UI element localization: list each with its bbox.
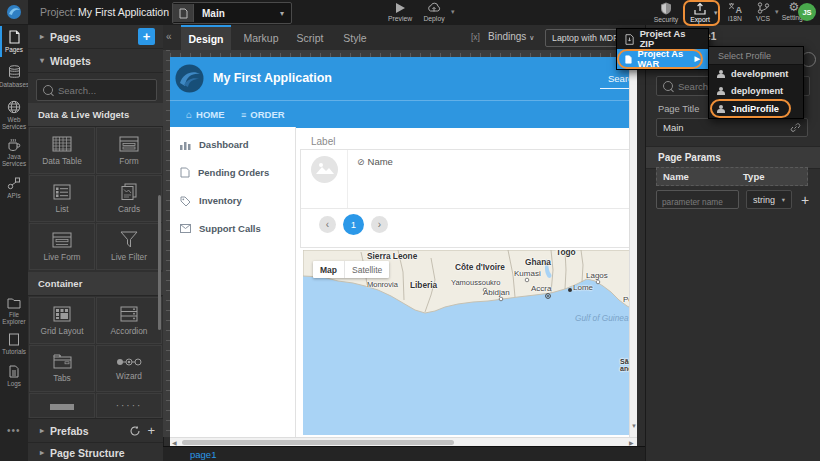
tab-markup[interactable]: Markup [237, 25, 285, 50]
scroll-left-arrow-icon[interactable]: ◀ [172, 439, 177, 446]
page-structure-header[interactable]: ▸ Page Structure [28, 441, 163, 461]
page-next-button[interactable]: › [371, 216, 388, 233]
param-type-select[interactable]: string ▾ [746, 190, 792, 209]
page-number-button[interactable]: 1 [343, 214, 364, 235]
pages-section-header[interactable]: ▸ Pages + [28, 25, 163, 49]
widget-tile-grid-layout[interactable]: Grid Layout [29, 297, 95, 344]
avatar[interactable]: JS [798, 3, 816, 21]
canvas-vscrollbar[interactable]: ▼ [629, 57, 637, 437]
menu-item-jndiprofile[interactable]: JndiProfile [709, 99, 803, 118]
tile-label: List [56, 204, 69, 214]
menu-item-support-calls[interactable]: Support Calls [180, 223, 261, 234]
list-widget[interactable]: ⊘ Name ‹ 1 › [300, 149, 634, 248]
nav-home[interactable]: ⌂ HOME [186, 109, 225, 120]
export-button[interactable]: Export [686, 2, 714, 23]
nav-order[interactable]: ≡ ORDER [241, 109, 285, 120]
grid-layout-icon [53, 306, 71, 322]
param-name-input[interactable] [657, 194, 738, 211]
sidebar-item-logs[interactable]: Logs [0, 365, 28, 387]
menu-item-development[interactable]: development [709, 65, 803, 82]
sidebar-item-file-explorer[interactable]: File Explorer [0, 297, 28, 325]
tab-design[interactable]: Design [181, 25, 231, 50]
widget-tile-cards[interactable]: Cards [96, 175, 162, 222]
refresh-icon[interactable] [129, 425, 141, 437]
sidebar-item-tutorials[interactable]: Tutorials [0, 333, 28, 355]
widget-search[interactable] [36, 79, 157, 101]
vcs-button[interactable]: VCS [750, 2, 776, 22]
sidebar-item-web-services[interactable]: Web Services [0, 100, 28, 130]
tile-label: Accordion [111, 326, 148, 336]
scroll-down-arrow-icon[interactable]: ▼ [631, 423, 637, 429]
widget-tile-tabs[interactable]: Tabs [29, 345, 95, 392]
vcs-chevron-icon[interactable]: ▾ [775, 8, 779, 16]
i18n-button[interactable]: A i18N [722, 2, 748, 22]
map-button[interactable]: Map [313, 265, 344, 275]
preview-button[interactable]: Preview [385, 2, 415, 22]
tab-style[interactable]: Style [335, 25, 375, 50]
bind-link-icon[interactable] [790, 122, 801, 133]
more-icon[interactable]: ••• [7, 425, 21, 436]
list-item-name[interactable]: ⊘ Name [357, 156, 393, 167]
widget-tile-live-form[interactable]: Live Form [29, 223, 95, 270]
panel-scrollbar[interactable] [158, 195, 161, 330]
project-label: Project: [40, 6, 76, 18]
sidebar-item-pages[interactable]: Pages [0, 30, 28, 53]
bindings-button[interactable]: Bindings ∨ [488, 31, 534, 42]
page-title-field[interactable]: Main [656, 118, 808, 137]
map-label: Yamoussoukro [451, 278, 500, 287]
collapse-panel-icon[interactable]: « [166, 31, 172, 42]
folder-icon [7, 297, 21, 309]
widgets-section-header[interactable]: ▾ Widgets [28, 49, 163, 73]
tile-label: Tabs [53, 373, 71, 383]
widget-tile-accordion[interactable]: Accordion [96, 297, 162, 344]
export-label: Export [690, 16, 710, 23]
map-label: Togo [556, 250, 576, 257]
map-widget[interactable]: Sierra Leone Côte d'Ivoire Ghana Togo Ku… [303, 250, 637, 435]
deploy-chevron-icon[interactable]: ▾ [451, 8, 455, 16]
menu-item-pending-orders[interactable]: Pending Orders [180, 167, 269, 178]
menu-item-project-as-zip[interactable]: Project As ZIP [617, 29, 708, 49]
sidebar-item-databases[interactable]: Databases [0, 65, 28, 88]
page-tab[interactable]: page1 [190, 449, 216, 460]
wavemaker-logo[interactable] [0, 0, 28, 24]
widget-tile-live-filter[interactable]: Live Filter [96, 223, 162, 270]
menu-label: Project As ZIP [640, 29, 700, 49]
menu-item-deployment[interactable]: deployment [709, 82, 803, 99]
widget-tile-partial-right[interactable]: ····· [96, 393, 162, 418]
menu-item-dashboard[interactable]: Dashboard [180, 139, 249, 150]
hscroll-thumb[interactable] [182, 440, 454, 445]
add-page-button[interactable]: + [138, 28, 155, 45]
sidebar-item-apis[interactable]: APIs [0, 177, 28, 199]
menu-item-inventory[interactable]: Inventory [180, 195, 242, 206]
label-widget[interactable]: Label [311, 136, 335, 147]
page-selector-dropdown[interactable]: Main ▾ [172, 2, 292, 24]
page-structure-label: Page Structure [50, 447, 125, 459]
widget-tile-wizard[interactable]: Wizard [96, 345, 162, 392]
widget-tile-list[interactable]: List [29, 175, 95, 222]
menu-item-project-as-war[interactable]: Project As WAR ▶ [617, 49, 708, 69]
widget-search-input[interactable] [58, 85, 156, 96]
page-prev-button[interactable]: ‹ [319, 216, 336, 233]
deploy-button[interactable]: Deploy [418, 2, 450, 22]
tab-script[interactable]: Script [289, 25, 331, 50]
person-icon [717, 87, 725, 95]
collapse-arrow-icon: ▸ [40, 32, 44, 41]
menu-label: Dashboard [199, 139, 249, 150]
preview-label: Preview [388, 15, 412, 22]
tile-label: Wizard [116, 371, 142, 381]
widget-tile-partial-left[interactable] [29, 393, 95, 418]
prefabs-header[interactable]: ▸ Prefabs + [28, 418, 163, 443]
add-param-button[interactable]: + [797, 190, 813, 209]
satellite-button[interactable]: Satellite [345, 265, 389, 275]
sidebar-item-java-services[interactable]: Java Services [0, 138, 28, 167]
export-chevron-icon[interactable]: ▾ [714, 9, 718, 17]
divider [301, 208, 633, 209]
add-prefab-button[interactable]: + [147, 423, 155, 438]
param-name-field[interactable] [656, 190, 739, 209]
scroll-right-arrow-icon[interactable]: ▶ [629, 439, 634, 446]
chevron-down-icon: ∨ [529, 34, 534, 41]
map-label: Kumasi [514, 269, 541, 278]
widget-tile-form[interactable]: Form [96, 127, 162, 174]
widget-tile-data-table[interactable]: Data Table [29, 127, 95, 174]
security-button[interactable]: Security [650, 2, 682, 23]
